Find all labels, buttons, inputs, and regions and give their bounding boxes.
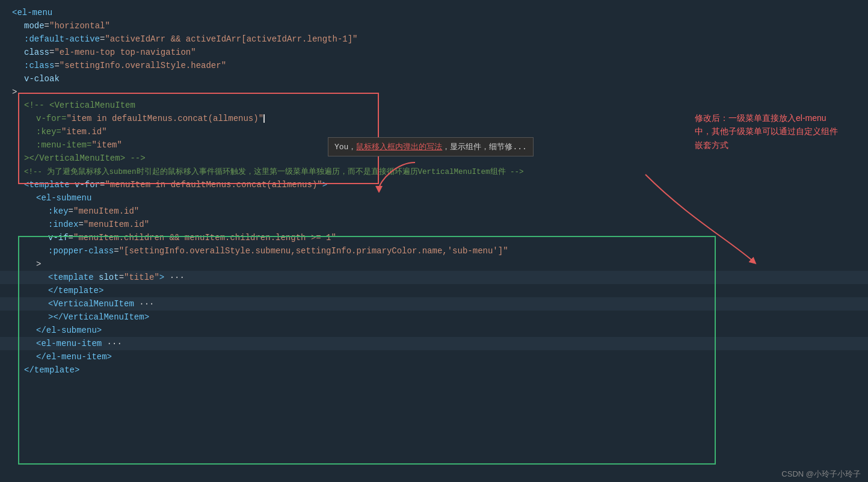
annotation-top-right: 修改后：一级菜单直接放入el-menu 中，其他子级菜单可以通过自定义组件 嵌套… [695,111,838,152]
code-line-25: </el-submenu> [0,324,868,337]
code-line-3: :default-active="activeIdArr && activeId… [0,32,868,46]
attr-key-menu-value: "menuItem.id" [73,206,139,216]
attr-popper-class-value: "[settingInfo.overallStyle.submenu,setti… [119,246,448,256]
attr-mode: mode [24,21,45,31]
tag-el-menu-item-close: </el-menu-item> [36,352,112,362]
attr-class: class [24,48,49,57]
attr-v-for: v-for [75,180,100,190]
code-line-4: class="el-menu-top top-navigation" [0,46,868,59]
tooltip-highlight: 鼠标移入框内弹出的写法 [356,143,442,152]
comment-key-value: "item.id" [61,127,107,137]
attr-default-active-value: "activeIdArr && activeIdArr[activeIdArr.… [105,34,357,44]
tag-template-slot: <template [48,273,99,282]
code-line-28: </template> [0,363,868,377]
code-line-23: <VerticalMenuItem ··· [0,297,868,311]
attr-key-menu: :key [48,206,69,216]
code-line-27: </el-menu-item> [0,350,868,363]
comment-chinese: <!-- 为了避免鼠标移入submen时引起的鼠标移入事件循环触发，这里第一级菜… [24,167,524,177]
code-line-2: mode="horizontal" [0,19,868,32]
attr-popper-class: :popper-class [48,246,114,256]
attr-v-cloak: v-cloak [24,74,60,84]
gt-bracket: > [36,259,41,269]
code-line-21: <template slot="title"> ··· [0,271,868,284]
code-line-6: v-cloak [0,72,868,85]
tag-el-menu-item: <el-menu-item [36,339,102,348]
tag-el-menu: <el-menu [12,8,52,17]
tag-template-close: > [322,180,327,190]
annotation-line1: 修改后：一级菜单直接放入el-menu [695,111,838,125]
code-line-26: <el-menu-item ··· [0,337,868,350]
comment-menu-item-value: "item" [91,140,122,150]
tag-vertical-menu-item-close: ></VerticalMenuItem> [48,312,149,322]
annotation-line2: 中，其他子级菜单可以通过自定义组件 [695,125,838,138]
attr-bind-class-value: "settingInfo.overallStyle.header" [60,61,226,70]
attr-slot: slot [99,273,119,282]
attr-default-active: :default-active [24,34,100,44]
attr-index-menu: :index [48,220,78,229]
attr-slot-value: "title" [124,273,159,282]
attr-mode-value: "horizontal" [49,21,110,31]
tag-vertical-menu-item: <VerticalMenuItem [48,299,134,309]
comment-vertical-menu-open: <!-- <VerticalMenuItem [24,100,135,110]
comment-key: :key= [36,127,61,137]
annotation-line3: 嵌套方式 [695,138,838,152]
tooltip-prefix: You， [334,143,356,152]
comment-menu-item: :menu-item= [36,140,91,150]
attr-v-if: v-if [48,233,69,243]
tooltip-suffix: ，显示组件，细节修... [442,143,526,152]
code-container: <el-menu mode="horizontal" :default-acti… [0,0,868,482]
code-line-8: <!-- <VerticalMenuItem [0,99,868,112]
bracket-close: > [12,87,17,97]
code-line-7: > [0,85,868,99]
tooltip-popup: You，鼠标移入框内弹出的写法，显示组件，细节修... [328,137,534,156]
tag-el-submenu: <el-submenu [36,193,91,203]
attr-v-if-value: "menuItem.children && menuItem.children.… [73,233,336,243]
comment-v-for: v-for= [36,114,66,123]
attr-index-menu-value: "menuItem.id" [84,220,149,229]
tag-template-end: </template> [48,286,103,295]
arrow-left [373,156,421,193]
arrow-right [639,168,760,265]
tag-template-slot-close: > [159,273,164,282]
code-line-22: </template> [0,284,868,297]
tag-template: <template [24,180,75,190]
attr-class-value: "el-menu-top top-navigation" [54,48,195,57]
comment-v-for-value: "item in defaultMenus.concat(allmenus)" [66,114,263,123]
text-cursor [263,114,265,123]
watermark: CSDN @小玲子小玲子 [774,466,868,482]
code-line-24: ></VerticalMenuItem> [0,311,868,324]
comment-vertical-menu-close: ></VerticalMenuItem> --> [24,153,146,163]
code-line-5: :class="settingInfo.overallStyle.header" [0,59,868,72]
attr-v-for-value: "menuItem in defaultMenus.concat(allmenu… [105,180,322,190]
tag-template-close-final: </template> [24,365,79,375]
attr-bind-class: :class [24,61,54,70]
tag-el-submenu-close: </el-submenu> [36,326,102,335]
code-line-1: <el-menu [0,6,868,19]
